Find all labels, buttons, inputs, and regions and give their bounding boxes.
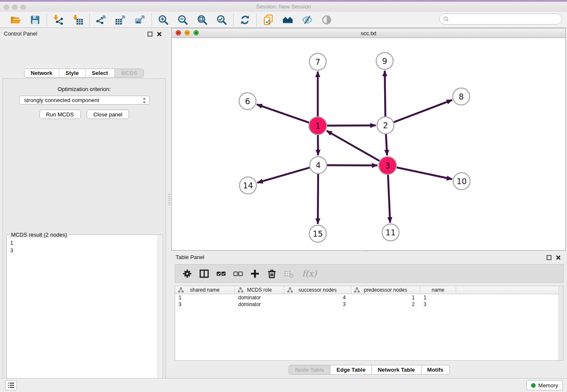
edge-2-8[interactable]	[394, 100, 452, 122]
network-view-title: scc.txt	[172, 30, 565, 36]
close-table-panel-icon[interactable]	[556, 254, 561, 260]
export-network-icon[interactable]	[96, 14, 107, 25]
zoom-fit-icon[interactable]	[197, 14, 208, 25]
mcds-result-list[interactable]: 1 3	[7, 237, 157, 392]
import-network-icon[interactable]	[53, 14, 64, 25]
network-canvas[interactable]: 7968124314101511	[172, 38, 565, 250]
memory-button[interactable]: Memory	[526, 380, 563, 390]
status-bar: Memory	[0, 378, 567, 392]
table-body: 1dominator4113dominator323	[175, 294, 563, 308]
edge-4-14[interactable]	[257, 168, 310, 183]
optimization-criterion-select[interactable]: strongly connected component	[19, 96, 150, 105]
edge-3-11[interactable]	[388, 175, 390, 223]
edge-2-9[interactable]	[385, 71, 385, 116]
graph-node-label: 1	[315, 121, 320, 130]
table-cell[interactable]: 1	[420, 294, 456, 301]
table-cell[interactable]: 1	[175, 294, 235, 301]
tab-network[interactable]: Network	[25, 69, 59, 77]
table-row[interactable]: 3dominator323	[175, 301, 563, 308]
zoom-selected-icon[interactable]	[216, 14, 227, 25]
graph-node-label: 7	[315, 57, 320, 66]
column-tree-icon	[178, 287, 184, 293]
graph-node-label: 9	[382, 56, 387, 66]
tab-select[interactable]: Select	[85, 69, 114, 77]
column-header-name[interactable]: name	[420, 286, 456, 294]
vertical-splitter-grip[interactable]	[168, 194, 171, 205]
table-row[interactable]: 1dominator411	[175, 294, 563, 301]
memory-status-icon	[531, 383, 536, 388]
select-all-icon[interactable]	[216, 268, 226, 279]
result-scrollbar[interactable]	[157, 235, 162, 392]
tab-style[interactable]: Style	[59, 69, 85, 77]
delete-table-icon	[284, 268, 294, 279]
edge-1-2[interactable]	[327, 125, 376, 126]
split-columns-icon[interactable]	[199, 268, 209, 279]
column-label: name	[432, 287, 444, 293]
table-cell[interactable]: dominator	[235, 294, 284, 301]
tab-edge-table[interactable]: Edge Table	[330, 365, 372, 375]
column-header-MCDS-role[interactable]: MCDS role	[235, 286, 284, 294]
node-table: shared nameMCDS rolesuccessor nodesprede…	[175, 286, 564, 361]
edge-3-10[interactable]	[397, 168, 452, 179]
close-panel-icon[interactable]	[157, 31, 162, 36]
table-cell[interactable]: 3	[420, 301, 456, 308]
column-header-successor-nodes[interactable]: successor nodes	[284, 286, 351, 294]
table-cell[interactable]: 1	[351, 294, 420, 301]
open-session-icon[interactable]	[10, 14, 21, 25]
graph-node-label: 3	[385, 161, 390, 170]
edge-2-3[interactable]	[386, 134, 387, 155]
tab-network-table[interactable]: Network Table	[372, 365, 421, 375]
table-panel: Table Panel f(x) shared nameMCDS rolesuc…	[171, 251, 567, 378]
export-image-icon[interactable]	[135, 14, 146, 25]
table-scrollbar[interactable]	[559, 286, 563, 360]
column-tree-icon	[238, 287, 243, 293]
tab-mcds[interactable]: MCDS	[114, 69, 143, 77]
float-panel-icon[interactable]	[147, 31, 153, 36]
toolbar-group	[234, 14, 256, 25]
edge-1-4[interactable]	[318, 135, 318, 155]
graph-node-label: 15	[313, 229, 323, 238]
edge-4-3[interactable]	[327, 165, 377, 166]
edge-4-15[interactable]	[318, 174, 318, 224]
clone-network-icon[interactable]	[263, 14, 274, 25]
table-cell[interactable]: dominator	[235, 301, 284, 308]
birdseye-icon[interactable]	[321, 14, 332, 25]
hide-panels-icon[interactable]	[302, 14, 313, 25]
table-cell[interactable]: 3	[284, 301, 351, 308]
zoom-out-icon[interactable]	[177, 14, 188, 25]
save-session-icon[interactable]	[30, 14, 41, 25]
column-header-predecessor-nodes[interactable]: predecessor nodes	[351, 286, 420, 294]
run-mcds-button[interactable]: Run MCDS	[39, 110, 81, 119]
delete-row-icon[interactable]	[267, 268, 277, 279]
table-tabs: Node TableEdge TableNetwork TableMotifs	[171, 365, 567, 375]
memory-label: Memory	[538, 382, 558, 389]
list-icon	[7, 381, 15, 389]
gear-icon[interactable]	[182, 268, 193, 279]
deselect-all-icon[interactable]	[233, 268, 243, 279]
import-table-icon[interactable]	[72, 14, 83, 25]
export-table-icon[interactable]	[115, 14, 126, 25]
select-stepper-icon	[142, 98, 146, 105]
edge-3-1[interactable]	[327, 131, 380, 161]
toolbar-group	[257, 14, 338, 25]
table-cell[interactable]: 2	[351, 301, 420, 308]
network-view-titlebar[interactable]: scc.txt	[172, 28, 565, 38]
refresh-layout-icon[interactable]	[239, 14, 250, 25]
edge-1-6[interactable]	[257, 105, 309, 123]
graph-node-label: 6	[245, 97, 250, 106]
graph-node-label: 2	[383, 121, 388, 130]
table-cell[interactable]: 3	[175, 301, 235, 308]
toolbar-group	[90, 14, 151, 25]
column-header-shared-name[interactable]: shared name	[175, 286, 235, 294]
close-panel-button[interactable]: Close panel	[87, 110, 129, 119]
float-table-panel-icon[interactable]	[546, 254, 552, 260]
home-icon[interactable]	[282, 14, 293, 25]
tab-node-table[interactable]: Node Table	[289, 365, 330, 375]
tab-motifs[interactable]: Motifs	[421, 365, 450, 375]
task-history-button[interactable]	[5, 380, 17, 390]
table-cell[interactable]: 4	[284, 294, 351, 301]
network-view-window: scc.txt 7968124314101511	[171, 28, 566, 251]
zoom-in-icon[interactable]	[158, 14, 169, 25]
search-field[interactable]	[439, 14, 562, 25]
add-row-icon[interactable]	[250, 268, 260, 279]
